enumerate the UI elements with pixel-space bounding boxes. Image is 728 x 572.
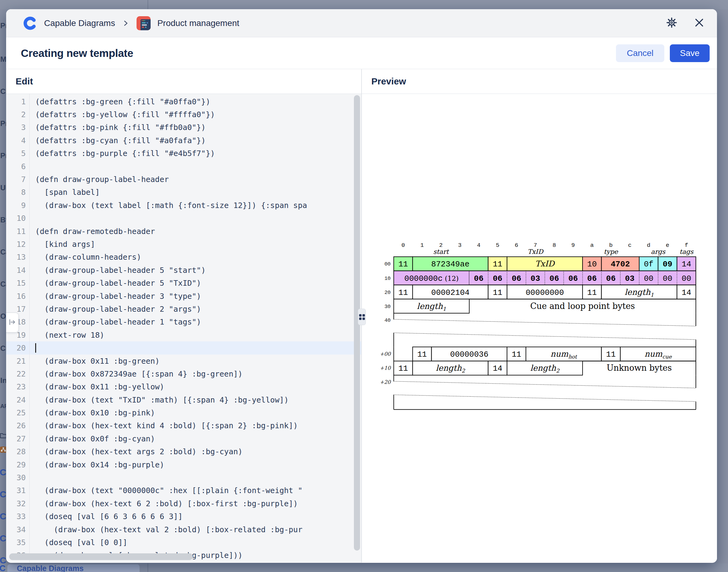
code-line[interactable]: 35 (doseq [val [0 0]] (6, 536, 361, 549)
line-number: 13 (6, 253, 29, 262)
save-button[interactable]: Save (670, 44, 710, 62)
line-number: 20 (6, 344, 29, 352)
code-text: (defattrs :bg-cyan {:fill "#a0fafa"}) (35, 136, 206, 145)
code-line[interactable]: 33 (doseq [val [6 6 3 6 6 6 6 3]] (6, 510, 361, 523)
svg-text:i+10: i+10 (381, 365, 391, 371)
c-badge-icon: C (0, 467, 6, 478)
code-line[interactable]: 5(defattrs :bg-purple {:fill "#e4b5f7"}) (6, 147, 361, 160)
code-line[interactable]: 10 (6, 212, 361, 225)
background-sidebar-label: Pr (0, 119, 6, 128)
background-sidebar-label: Ca (0, 280, 6, 288)
line-number: 12 (6, 240, 29, 249)
code-line[interactable]: 6 (6, 160, 361, 173)
code-line[interactable]: 21 (draw-box 0x11 :bg-green) (6, 355, 361, 367)
svg-text:Cue and loop point bytes: Cue and loop point bytes (530, 301, 635, 311)
code-line[interactable]: 18 (draw-group-label-header 1 "tags") (6, 316, 361, 329)
code-line[interactable]: 17 (draw-group-label-header 2 "args") (6, 302, 361, 315)
svg-text:a: a (590, 242, 594, 249)
code-line[interactable]: 2(defattrs :bg-yellow {:fill "#ffffa0"}) (6, 108, 361, 121)
svg-text:00: 00 (663, 274, 672, 283)
background-bottom-strip: C Capable Diagrams (0, 563, 728, 572)
code-line[interactable]: 9 (draw-box (text label [:math {:font-si… (6, 199, 361, 212)
code-line[interactable]: 16 (draw-group-label-header 3 "type") (6, 290, 361, 302)
code-text: (defattrs :bg-pink {:fill "#ffb0a0"}) (35, 123, 206, 132)
preview-pane-header: Preview (362, 69, 717, 94)
code-line[interactable]: 30 (6, 471, 361, 484)
code-text: (draw-box (hex-text 6 2 :bold) [:box-fir… (35, 499, 298, 508)
line-number: 11 (6, 227, 29, 236)
svg-text:tags: tags (680, 248, 694, 256)
code-text: (draw-group-label-header 1 "tags") (35, 317, 201, 327)
pane-resize-handle[interactable] (358, 309, 366, 325)
code-line[interactable]: 4(defattrs :bg-cyan {:fill "#a0fafa"}) (6, 134, 361, 147)
code-line[interactable]: 24 (draw-box (text "TxID" :math) [{:span… (6, 394, 361, 406)
svg-text:0: 0 (401, 242, 405, 249)
code-line[interactable]: 29 (draw-box 0x14 :bg-purple) (6, 458, 361, 471)
svg-text:length1: length1 (624, 288, 654, 298)
code-line[interactable]: 22 (draw-box 0x872349ae [{:span 4} :bg-g… (6, 367, 361, 380)
code-line[interactable]: 26 (draw-box (hex-text kind 4 :bold) [{:… (6, 419, 361, 432)
code-line[interactable]: 27 (draw-box 0x0f :bg-cyan) (6, 432, 361, 445)
svg-text:11: 11 (606, 350, 616, 359)
line-number: 24 (6, 396, 29, 404)
svg-text:00: 00 (384, 261, 390, 267)
cancel-button[interactable]: Cancel (616, 44, 664, 62)
editor-horizontal-scrollbar[interactable] (9, 553, 193, 560)
svg-text:20: 20 (384, 290, 390, 295)
folder-icon (0, 433, 6, 438)
code-line[interactable]: 31 (draw-box (text "0000000c" :hex [[:pl… (6, 484, 361, 497)
code-text: (draw-box 0x0f :bg-cyan) (35, 434, 155, 443)
code-line[interactable]: 28 (draw-box (hex-text args 2 :bold) :bg… (6, 445, 361, 458)
code-line[interactable]: 34 (draw-box (hex-text val 2 :bold) [:bo… (6, 523, 361, 536)
background-sidebar-label: Cr (0, 344, 6, 353)
breadcrumb-page[interactable]: Product management (157, 18, 239, 28)
code-line[interactable]: 20 (6, 341, 361, 354)
svg-text:4702: 4702 (611, 260, 630, 269)
line-number: 34 (6, 525, 29, 534)
code-line[interactable]: 7(defn draw-group-label-header (6, 173, 361, 186)
background-sidebar-label: Ul (0, 184, 6, 192)
code-line[interactable]: 8 [span label] (6, 186, 361, 199)
code-line[interactable]: 19 (next-row 18) (6, 329, 361, 341)
capable-diagrams-logo-icon (23, 16, 37, 30)
svg-text:06: 06 (606, 274, 616, 283)
svg-text:9: 9 (571, 242, 574, 249)
code-line[interactable]: 25 (draw-box 0x10 :bg-pink) (6, 406, 361, 419)
background-divider (147, 0, 148, 9)
code-line[interactable]: 23 (draw-box 0x11 :bg-yellow) (6, 380, 361, 394)
code-text: (defn draw-remotedb-header (35, 227, 155, 236)
code-line[interactable]: 13 (draw-column-headers) (6, 251, 361, 264)
text-cursor (35, 343, 36, 353)
code-text: (draw-box (text "0000000c" :hex [[:plain… (35, 486, 302, 495)
close-button[interactable] (694, 17, 705, 29)
code-line[interactable]: 12 [kind args] (6, 238, 361, 251)
code-text: (draw-box 0x872349ae [{:span 4} :bg-gree… (35, 369, 242, 378)
breadcrumb-app[interactable]: Capable Diagrams (44, 18, 115, 28)
code-line[interactable]: 14 (draw-group-label-header 5 "start") (6, 264, 361, 277)
svg-text:args: args (651, 248, 666, 256)
collapse-editor-button[interactable] (6, 312, 19, 333)
svg-text:00: 00 (682, 274, 691, 283)
code-text: (draw-group-label-header 5 "TxID") (35, 279, 201, 288)
code-line[interactable]: 1(defattrs :bg-green {:fill "#a0ffa0"}) (6, 95, 361, 108)
line-number: 32 (6, 499, 29, 508)
svg-text:4: 4 (477, 242, 480, 249)
code-line[interactable]: 11(defn draw-remotedb-header (6, 225, 361, 238)
code-text: (draw-box 0x10 :bg-pink) (35, 408, 155, 417)
c-badge-icon: C (0, 489, 6, 500)
line-number: 27 (6, 434, 29, 443)
background-divider (147, 563, 148, 572)
line-number: 22 (6, 369, 29, 378)
code-text: (doseq [val [0 0]] (35, 538, 127, 547)
code-editor[interactable]: 1(defattrs :bg-green {:fill "#a0ffa0"})2… (6, 94, 361, 563)
svg-text:06: 06 (568, 274, 578, 283)
code-line[interactable]: 3(defattrs :bg-pink {:fill "#ffb0a0"}) (6, 121, 361, 134)
c-badge-icon: C (0, 563, 5, 572)
svg-text:d: d (647, 242, 650, 249)
template-editor-modal: Capable Diagrams Product man (6, 9, 717, 563)
code-line[interactable]: 32 (draw-box (hex-text 6 2 :bold) [:box-… (6, 497, 361, 510)
svg-text:06: 06 (550, 274, 559, 283)
code-line[interactable]: 15 (draw-group-label-header 5 "TxID") (6, 277, 361, 289)
settings-button[interactable] (666, 16, 678, 30)
svg-text:11: 11 (511, 350, 521, 359)
